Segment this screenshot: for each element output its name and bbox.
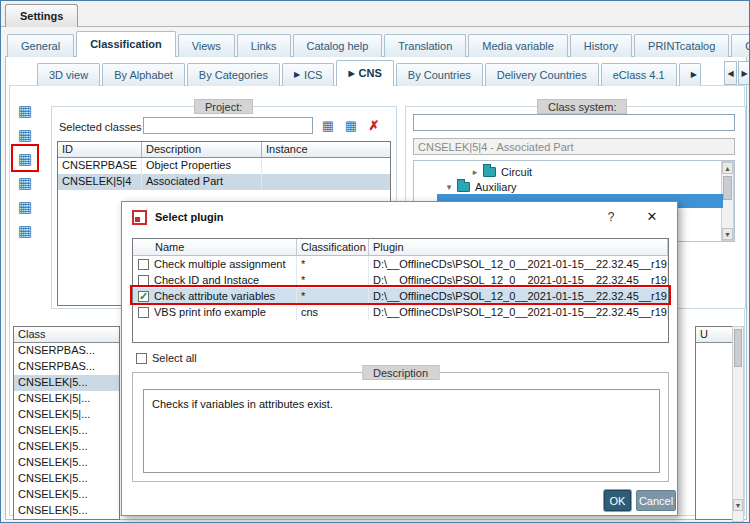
table-row[interactable]: CNSELEK|5|... [14, 391, 119, 407]
plugin-row[interactable]: VBS print info example cns D:\__OfflineC… [133, 304, 668, 320]
col-instance[interactable]: Instance [262, 142, 390, 157]
plugin-dialog-icon [132, 210, 147, 225]
tab-qa-check[interactable]: QA check [731, 34, 750, 57]
chevron-right-icon: ▶ [741, 69, 747, 78]
plugin-checkbox[interactable] [138, 259, 149, 270]
col-u[interactable]: U [696, 327, 732, 342]
scroll-down-button[interactable]: ▼ [722, 228, 733, 240]
help-button[interactable]: ? [603, 209, 619, 225]
select-all-label: Select all [152, 352, 197, 364]
tab-eclass-41[interactable]: eClass 4.1 [601, 63, 677, 86]
tab-views[interactable]: Views [178, 34, 235, 57]
delete-selected-class-icon[interactable]: ✗ [365, 116, 383, 134]
tab-history[interactable]: History [570, 34, 632, 57]
arrow-down-icon: ▼ [724, 231, 731, 238]
col-plugin[interactable]: Plugin [369, 239, 668, 255]
col-id[interactable]: ID [58, 142, 142, 157]
table-row[interactable]: CNSELEK|5|... [14, 407, 119, 423]
tab-arrow-icon: ▶ [348, 61, 354, 86]
tab-general[interactable]: General [7, 34, 74, 57]
table-row[interactable]: CNSELEK|5... [14, 503, 119, 519]
col-class[interactable]: Class [14, 327, 119, 342]
tree-item-auxiliary[interactable]: ▾ Auxiliary [443, 179, 517, 194]
tab-cns[interactable]: ▶CNS [336, 60, 393, 86]
col-classification[interactable]: Classification [297, 239, 369, 255]
edit-classification-icon[interactable]: ▦ [15, 196, 35, 216]
tab-translation[interactable]: Translation [384, 34, 466, 57]
table-row[interactable]: CNSELEK|5... [14, 487, 119, 503]
tab-ics[interactable]: ▶ICS [282, 63, 335, 86]
description-groupbox: Description Checks if variables in attri… [132, 372, 669, 482]
table-row[interactable]: CNSELEK|5... [14, 375, 119, 391]
bottom-right-table-fragment: U [695, 326, 732, 520]
folder-icon [457, 182, 470, 192]
bottom-scrollbar[interactable]: ▼ [732, 326, 744, 522]
project-class-row[interactable]: CNSERPBASE Object Properties [58, 158, 390, 174]
tab-by-alphabet[interactable]: By Alphabet [102, 63, 185, 86]
table-row[interactable]: CNSERPBAS... [14, 343, 119, 359]
plugin-checkbox[interactable] [138, 275, 149, 286]
arrow-up-icon: ▲ [724, 165, 731, 172]
dialog-title-bar[interactable]: Select plugin ? ✕ [122, 202, 677, 232]
tab-by-countries[interactable]: By Countries [396, 63, 483, 86]
ok-button[interactable]: OK [604, 490, 631, 511]
edit-selected-class-icon[interactable]: ▦ [342, 116, 360, 134]
bottom-table-header: Class [14, 327, 119, 343]
plugin-checkbox[interactable] [138, 307, 149, 318]
dialog-title: Select plugin [155, 202, 223, 232]
tab-eclass-partial[interactable]: ▶e [679, 63, 701, 86]
tree-item-circuit[interactable]: ▸ Circuit [469, 164, 532, 179]
selected-class-path: CNSELEK|5|4 - Associated Part [413, 138, 735, 155]
chevron-down-icon[interactable]: ▾ [443, 182, 455, 192]
tab-arrow-icon: ▶ [294, 64, 300, 86]
sidebar-highlight-annotation [11, 144, 39, 172]
tab-printcatalog[interactable]: PRINTcatalog [634, 34, 729, 57]
folder-icon [483, 167, 496, 177]
main-tab-bar: General Classification Views Links Catal… [7, 31, 750, 57]
scroll-down-button[interactable]: ▼ [733, 499, 743, 511]
table-row[interactable]: CNSELEK|5... [14, 455, 119, 471]
project-class-row[interactable]: CNSELEK|5|4 Associated Part [58, 174, 390, 190]
close-button[interactable]: ✕ [643, 208, 661, 226]
transfer-classification-icon[interactable]: ▦ [15, 172, 35, 192]
tab-catalog-help[interactable]: Catalog help [293, 34, 383, 57]
class-system-panel-label: Class system: [537, 99, 627, 114]
plugin-table-header: Name Classification Plugin [133, 239, 668, 256]
tab-3d-view[interactable]: 3D view [37, 63, 100, 86]
selected-classes-input[interactable] [143, 117, 313, 134]
window-tab-strip: Settings [1, 1, 749, 27]
scrollbar-thumb[interactable] [734, 329, 742, 367]
add-classification-icon[interactable]: ▦ [15, 124, 35, 144]
col-name[interactable]: Name [133, 239, 297, 255]
project-panel-label: Project: [194, 99, 253, 114]
plugin-row-highlight-annotation [130, 285, 671, 305]
class-system-search-input[interactable] [413, 114, 735, 131]
tab-links[interactable]: Links [237, 34, 291, 57]
tab-classification[interactable]: Classification [76, 31, 176, 57]
plugin-row[interactable]: Check multiple assignment * D:\__Offline… [133, 256, 668, 272]
chevron-right-icon[interactable]: ▸ [469, 167, 481, 177]
scroll-up-button[interactable]: ▲ [722, 162, 733, 174]
cancel-button[interactable]: Cancel [636, 490, 676, 511]
col-description[interactable]: Description [142, 142, 262, 157]
scrollbar-thumb[interactable] [723, 176, 732, 200]
select-all-checkbox[interactable] [136, 353, 147, 364]
select-all-row[interactable]: Select all [136, 352, 197, 364]
tab-scroll-left-button[interactable]: ◀ [724, 61, 737, 85]
arrow-down-icon: ▼ [735, 502, 742, 509]
settings-window: Settings General Classification Views Li… [0, 0, 750, 523]
add-selected-class-icon[interactable]: ▦ [319, 116, 337, 134]
remove-classification-icon[interactable]: ▦ [15, 220, 35, 240]
table-row[interactable]: CNSELEK|5... [14, 439, 119, 455]
tab-arrow-icon: ▶ [691, 64, 697, 86]
table-row[interactable]: CNSELEK|5... [14, 471, 119, 487]
settings-window-tab[interactable]: Settings [5, 4, 78, 27]
tab-by-categories[interactable]: By Categories [187, 63, 280, 86]
classes-list-icon[interactable]: ▦ [15, 100, 35, 120]
chevron-left-icon: ◀ [727, 69, 733, 78]
table-row[interactable]: CNSERPBAS... [14, 359, 119, 375]
tab-delivery-countries[interactable]: Delivery Countries [485, 63, 599, 86]
tab-scroll-right-button[interactable]: ▶ [738, 61, 750, 85]
table-row[interactable]: CNSELEK|5... [14, 423, 119, 439]
tab-media-variable[interactable]: Media variable [468, 34, 568, 57]
